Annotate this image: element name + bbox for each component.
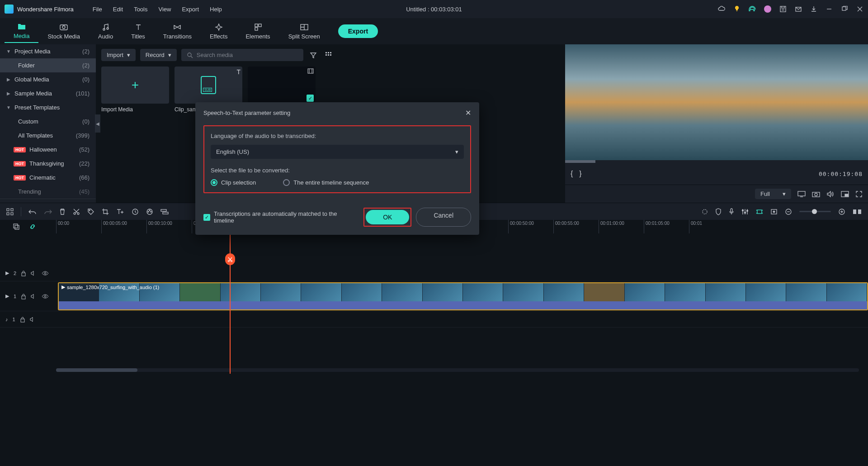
auto-match-checkbox[interactable]: ✓ Transcriptions are automatically match… — [203, 210, 358, 224]
sidebar-item-sample-media[interactable]: ▶Sample Media(101) — [0, 86, 96, 100]
music-icon[interactable]: ♪ — [5, 317, 8, 322]
sidebar-item-halloween[interactable]: HOTHalloween(52) — [0, 143, 96, 157]
quick-access-icon[interactable] — [6, 208, 14, 215]
ok-button[interactable]: OK — [366, 210, 409, 224]
cut-icon[interactable] — [73, 208, 80, 215]
tab-transitions[interactable]: Transitions — [154, 20, 201, 43]
duplicate-icon[interactable] — [13, 223, 20, 230]
screen-icon[interactable] — [797, 191, 806, 197]
grid-view-icon[interactable] — [323, 50, 334, 61]
menu-file[interactable]: File — [87, 6, 108, 13]
menu-view[interactable]: View — [153, 6, 176, 13]
horizontal-scrollbar[interactable] — [56, 368, 859, 372]
export-button[interactable]: Export — [338, 24, 378, 38]
link-icon[interactable] — [29, 223, 36, 230]
mute-icon[interactable] — [30, 317, 36, 322]
playhead-handle[interactable] — [225, 253, 235, 265]
fullscreen-icon[interactable] — [855, 190, 863, 198]
lightbulb-icon[interactable] — [733, 5, 741, 13]
maximize-icon[interactable] — [841, 5, 848, 13]
language-select[interactable]: English (US) ▾ — [211, 145, 464, 159]
tab-stock-media[interactable]: Stock Media — [38, 20, 89, 43]
cancel-button[interactable]: Cancel — [416, 208, 471, 227]
tab-elements[interactable]: Elements — [236, 20, 279, 43]
lock-icon[interactable] — [20, 316, 25, 323]
snapshot-icon[interactable] — [812, 191, 820, 197]
eye-icon[interactable] — [42, 294, 49, 299]
media-card-import[interactable]: + Import Media — [101, 67, 169, 113]
play-icon[interactable]: ▶ — [5, 293, 9, 299]
radio-icon — [283, 179, 290, 186]
collapse-handle[interactable]: ◀ — [95, 114, 100, 133]
delete-icon[interactable] — [59, 208, 66, 215]
tab-effects[interactable]: Effects — [201, 20, 237, 43]
menu-export[interactable]: Export — [176, 6, 204, 13]
undo-icon[interactable] — [28, 209, 37, 215]
menu-help[interactable]: Help — [204, 6, 227, 13]
video-clip[interactable]: ▶sample_1280x720_surfing_with_audio (1) — [58, 282, 868, 310]
eye-icon[interactable] — [42, 271, 49, 276]
sidebar-item-all-templates[interactable]: All Templates(399) — [0, 128, 96, 143]
mute-icon[interactable] — [31, 294, 37, 299]
headphones-icon[interactable] — [749, 5, 756, 13]
mixer-icon[interactable] — [741, 208, 749, 215]
redo-icon[interactable] — [44, 209, 52, 215]
sidebar-item-cinematic[interactable]: HOTCinematic(66) — [0, 171, 96, 185]
minimize-icon[interactable] — [826, 5, 833, 13]
fit-icon[interactable] — [853, 209, 862, 214]
tag-icon[interactable] — [87, 208, 94, 215]
volume-icon[interactable] — [826, 190, 835, 198]
radio-entire-timeline[interactable]: The entire timeline sequence — [283, 179, 369, 186]
sidebar-item-custom[interactable]: Custom(0) — [0, 114, 96, 128]
lock-icon[interactable] — [21, 270, 26, 276]
pip-icon[interactable] — [841, 191, 849, 197]
svg-rect-51 — [15, 225, 19, 229]
tab-audio[interactable]: Audio — [89, 20, 122, 43]
cloud-icon[interactable] — [718, 5, 725, 13]
zoom-in-icon[interactable] — [838, 208, 845, 215]
tab-split-screen[interactable]: Split Screen — [279, 20, 329, 43]
play-icon[interactable]: ▶ — [5, 270, 9, 276]
mute-icon[interactable] — [31, 271, 37, 276]
download-icon[interactable] — [810, 5, 817, 13]
record-dropdown[interactable]: Record▾ — [140, 49, 177, 61]
brace-left[interactable]: { — [571, 170, 573, 178]
sidebar-item-project-media[interactable]: ▼Project Media(2) — [0, 44, 96, 58]
sidebar-item-thanksgiving[interactable]: HOTThanksgiving(22) — [0, 157, 96, 171]
close-icon[interactable] — [856, 5, 863, 13]
filter-icon[interactable] — [308, 50, 319, 61]
close-icon[interactable]: ✕ — [465, 109, 471, 117]
sidebar-item-trending[interactable]: Trending(45) — [0, 185, 96, 199]
menu-tools[interactable]: Tools — [128, 6, 153, 13]
color-icon[interactable] — [146, 208, 153, 215]
track-icon[interactable] — [160, 209, 169, 215]
mail-icon[interactable] — [795, 5, 802, 13]
render-icon[interactable] — [756, 208, 763, 215]
brace-right[interactable]: } — [579, 170, 581, 178]
mic-icon[interactable] — [729, 208, 734, 215]
sidebar-item-preset-templates[interactable]: ▼Preset Templates — [0, 100, 96, 114]
svg-point-30 — [77, 213, 79, 214]
radio-clip-selection[interactable]: Clip selection — [211, 179, 256, 186]
save-icon[interactable] — [779, 5, 787, 13]
text-plus-icon[interactable] — [116, 208, 124, 215]
marker-icon[interactable] — [702, 208, 708, 215]
avatar-icon[interactable] — [764, 5, 771, 13]
menu-edit[interactable]: Edit — [108, 6, 128, 13]
import-dropdown[interactable]: Import▾ — [101, 49, 136, 61]
quality-dropdown[interactable]: Full▾ — [755, 189, 791, 199]
shield-icon[interactable] — [715, 208, 722, 215]
crop-icon[interactable] — [102, 208, 109, 215]
lock-icon[interactable] — [21, 293, 26, 300]
sidebar-item-global-media[interactable]: ▶Global Media(0) — [0, 72, 96, 86]
zoom-out-icon[interactable] — [785, 208, 792, 215]
sidebar-item-folder[interactable]: Folder(2) — [0, 58, 96, 72]
tab-titles[interactable]: Titles — [122, 20, 154, 43]
zoom-slider[interactable] — [799, 211, 831, 212]
keyframe-icon[interactable] — [770, 209, 778, 215]
preview-video[interactable] — [565, 44, 868, 160]
search-input[interactable]: Search media — [181, 49, 303, 61]
speed-icon[interactable] — [132, 208, 139, 215]
tab-media[interactable]: Media — [5, 19, 38, 43]
svg-rect-54 — [22, 273, 25, 276]
